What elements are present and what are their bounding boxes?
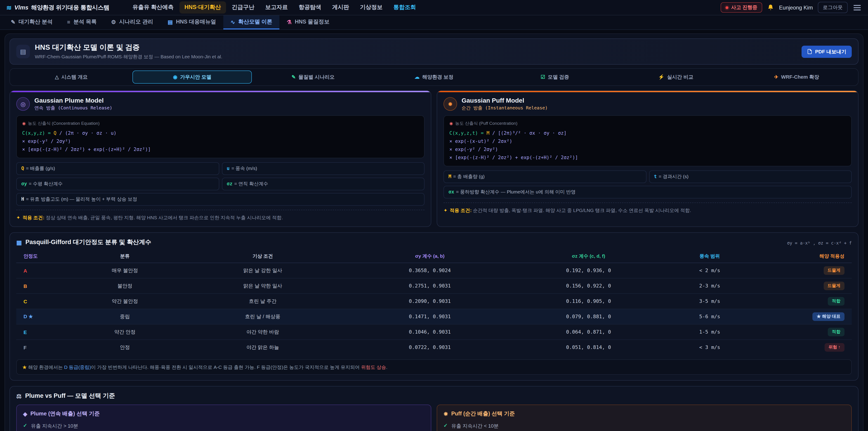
menu-item[interactable]: 기상정보	[355, 1, 388, 13]
pdf-export-button[interactable]: PDF 내보내기	[802, 45, 852, 58]
plume-applicability-note: ✦적용 조건:정상 상태 연속 배출, 균일 풍속, 평탄 지형. 해양 HNS…	[16, 210, 425, 221]
section-tab-label: 모델 검증	[548, 74, 569, 81]
menu-item[interactable]: 게시판	[327, 1, 354, 13]
subnav-tab-icon: ⚗	[287, 19, 292, 25]
parameter-sigma-z: σz= 연직 확산계수	[222, 178, 425, 190]
sub-navbar: ✎ 대기확산 분석 ≡ 분석 목록 ⚙ 시나리오 관리 ▤ HNS 대응매뉴얼 …	[0, 16, 868, 30]
stability-grade-cell: B	[16, 278, 75, 294]
pin-icon: ◉	[22, 121, 26, 126]
scale-icon: ⚖	[16, 393, 22, 400]
puff-criteria-list: ✓유출 지속시간 < 10분✓탱크 폭발/BLEVE — 순간 방출✓풍향 변동…	[443, 421, 845, 431]
parameter-t: t= 경과시간 (s)	[649, 170, 852, 183]
section-tab-label: WRF-Chem 확장	[781, 74, 819, 81]
puff-card-header: ✹ Gaussian Puff Model 순간 방출 (Instantaneo…	[443, 97, 852, 111]
section-tab[interactable]: △ 시스템 개요	[12, 70, 131, 84]
applicability-cell: 드물게	[751, 263, 852, 278]
column-header: 안정도	[16, 250, 75, 263]
section-tab[interactable]: ☑ 모델 검증	[495, 70, 614, 84]
stability-table-note: ★ 해양 환경에서는 D 등급(중립)이 가장 빈번하게 나타난다. 해풍·육풍…	[16, 359, 852, 375]
pdf-export-label: PDF 내보내기	[815, 48, 846, 55]
stability-table-title: ▦ Pasquill-Gifford 대기안정도 분류 및 확산계수	[16, 238, 151, 246]
app-root: ≋ Vlms 해양환경 위기대응 통합시스템 유출유 확산예측HNS·대기확산긴…	[0, 0, 868, 431]
sigma-z-cell: 0.079, 0.881, 0	[509, 309, 668, 324]
puff-subtitle: 순간 방출 (Instantaneous Release)	[462, 105, 548, 111]
subnav-tab[interactable]: ⚙ 시나리오 관리	[104, 16, 160, 29]
note-segment: 해양 환경에서는	[28, 364, 64, 370]
sigma-y-cell: 0.1046, 0.9031	[350, 324, 509, 340]
section-tabs: △ 시스템 개요 ◉ 가우시안 모델 ✎ 물질별 시나리오 ☁ 해양환경 보정 …	[9, 68, 859, 86]
main-menu: 유출유 확산예측HNS·대기확산긴급구난보고자료항공탐색게시판기상정보통합조회	[127, 1, 421, 13]
subnav-tab[interactable]: ✎ 대기확산 분석	[4, 16, 60, 29]
puff-equation-line3: × exp(-y² / 2σy²)	[450, 146, 846, 154]
applicability-cell: 드물게	[751, 278, 852, 294]
hamburger-menu-icon[interactable]	[852, 2, 862, 12]
wave-icon: ≋	[6, 4, 11, 11]
section-tab[interactable]: ☁ 해양환경 보정	[375, 70, 494, 84]
table-row: C 약간 불안정 흐린 날 주간 0.2090, 0.9031 0.116, 0…	[16, 294, 852, 309]
section-tab-icon: ✈	[774, 74, 778, 80]
subnav-tab-icon: ▤	[168, 19, 173, 25]
section-tab[interactable]: ⚡ 실시간 비교	[616, 70, 735, 84]
parameter-h: H= 유효 방출고도 (m) — 물리적 높이 + 부력 상승 보정	[16, 193, 425, 206]
applicability-cell: ★ 해양 대표	[751, 309, 852, 324]
plume-criteria-list: ✓유출 지속시간 > 10분✓탱크 균열/배관 파손 — 지속적 누출✓풍속 ≥…	[23, 421, 425, 431]
column-header: σy 계수 (a, b)	[350, 250, 509, 263]
page-chart-icon: ▤	[16, 45, 30, 58]
applicability-badge: 드물게	[824, 282, 844, 290]
section-tab[interactable]: ✈ WRF-Chem 확장	[737, 70, 856, 84]
table-row: E 약간 안정 야간 약한 바람 0.1046, 0.9031 0.064, 0…	[16, 324, 852, 340]
bulb-icon: ✦	[443, 207, 447, 213]
table-row: D ★ 중립 흐린 날 / 해상풍 0.1471, 0.9031 0.079, …	[16, 309, 852, 324]
check-icon: ✓	[23, 423, 27, 429]
sigma-y-cell: 0.1471, 0.9031	[350, 309, 509, 324]
menu-item[interactable]: 유출유 확산예측	[127, 1, 179, 13]
section-tab[interactable]: ✎ 물질별 시나리오	[254, 70, 373, 84]
main-panel: ▤ HNS 대기확산 모델 이론 및 검증 WRF-Chem·Gaussian …	[4, 33, 864, 431]
subnav-tab[interactable]: ≡ 분석 목록	[60, 16, 104, 29]
plume-criteria-box: ◈ Plume (연속 배출) 선택 기준 ✓유출 지속시간 > 10분✓탱크 …	[16, 405, 431, 431]
subnav-tab-icon: ≡	[67, 19, 70, 25]
burst-icon: ✸	[443, 411, 448, 417]
stability-grade-cell: E	[16, 324, 75, 340]
puff-parameters: M= 총 배출량 (g) t= 경과시간 (s) σx= 풍하방향 확산계수 —…	[443, 170, 852, 198]
parameter-sigma-x: σx= 풍하방향 확산계수 — Plume에서는 u에 의해 이미 반영	[443, 186, 852, 198]
note-segment: 위험도 상승	[361, 364, 386, 370]
logout-button[interactable]: 로그아웃	[818, 2, 848, 13]
menu-item[interactable]: HNS·대기확산	[180, 1, 226, 13]
sigma-y-cell: 0.0722, 0.9031	[350, 340, 509, 355]
puff-equation-line4: × [exp(-(z-H)² / 2σz²) + exp(-(z+H)² / 2…	[450, 154, 846, 162]
applicability-cell: 적합	[751, 324, 852, 340]
section-tab-icon: ☑	[541, 74, 545, 80]
note-segment: D 등급(중립)	[64, 364, 91, 370]
menu-item[interactable]: 보고자료	[260, 1, 293, 13]
classification-cell: 불안정	[75, 278, 175, 294]
dispersion-formula: σy = a·xᵇ , σz = c·xᵈ + f	[787, 240, 852, 245]
plume-model-card: ◎ Gaussian Plume Model 연속 방출 (Continuous…	[9, 90, 431, 227]
plume-equation-line2: × exp(-y² / 2σy²)	[22, 137, 418, 146]
subnav-tab[interactable]: ▤ HNS 대응매뉴얼	[160, 16, 223, 29]
bell-icon[interactable]	[767, 4, 774, 11]
weather-cell: 맑은 날 강한 일사	[175, 263, 350, 278]
puff-accent-bar	[437, 91, 858, 92]
subnav-tab[interactable]: ⚗ HNS 물질정보	[280, 16, 337, 29]
plume-card-header: ◎ Gaussian Plume Model 연속 방출 (Continuous…	[16, 97, 425, 111]
subnav-tab[interactable]: ∿ 확산모델 이론	[223, 16, 280, 29]
section-tab[interactable]: ◉ 가우시안 모델	[133, 70, 252, 84]
menu-item[interactable]: 긴급구난	[227, 1, 259, 13]
classification-cell: 약간 불안정	[75, 294, 175, 309]
brand-logo[interactable]: ≋ Vlms 해양환경 위기대응 통합시스템	[6, 3, 110, 11]
wind-range-cell: 3-5 m/s	[668, 294, 752, 309]
menu-item[interactable]: 통합조회	[388, 1, 421, 13]
wind-range-cell: 5-6 m/s	[668, 309, 752, 324]
menu-item[interactable]: 항공탐색	[293, 1, 326, 13]
puff-equation-block: ◉농도 산출식 (Puff Concentration) C(x,y,z,t) …	[443, 115, 852, 166]
wind-range-cell: < 2 m/s	[668, 263, 752, 278]
note-segment: .	[386, 364, 388, 370]
classification-cell: 안정	[75, 340, 175, 355]
section-tab-icon: ✎	[291, 74, 296, 80]
subnav-tab-label: 분석 목록	[73, 18, 97, 26]
plume-title: Gaussian Plume Model	[34, 97, 112, 104]
classification-cell: 중립	[75, 309, 175, 324]
parameter-q: Q= 배출률 (g/s)	[16, 162, 219, 175]
stability-grade-cell: C	[16, 294, 75, 309]
